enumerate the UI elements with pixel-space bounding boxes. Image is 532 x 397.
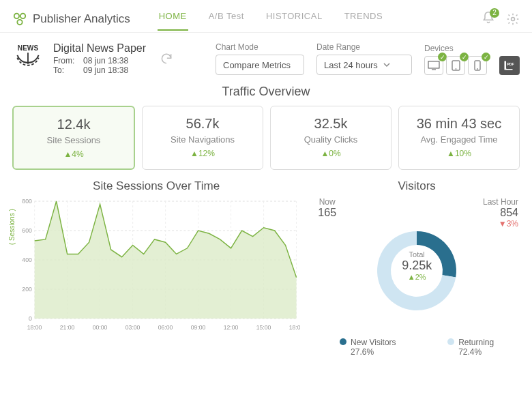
mobile-icon [474, 60, 481, 71]
svg-text:00:00: 00:00 [93, 324, 108, 331]
sessions-chart-title: Site Sessions Over Time [12, 179, 300, 193]
device-tablet[interactable]: ✓ [446, 56, 465, 75]
pdf-icon: PDF [503, 59, 516, 72]
svg-rect-6 [428, 61, 439, 68]
svg-text:600: 600 [22, 227, 31, 234]
svg-text:200: 200 [22, 286, 31, 293]
main-nav: HOME A/B Test HISTORICAL TRENDS [158, 7, 384, 31]
card-site-navigations[interactable]: 56.7k Site Navigations ▲12% [142, 106, 263, 170]
visitors-total: 9.25k [402, 259, 432, 273]
svg-point-0 [14, 13, 19, 18]
logo-icon [12, 12, 27, 27]
desktop-icon [428, 61, 440, 70]
svg-point-3 [512, 17, 515, 20]
devices-label: Devices [424, 44, 487, 53]
refresh-icon[interactable] [160, 52, 173, 65]
svg-point-9 [455, 68, 456, 70]
gear-icon[interactable] [506, 12, 520, 26]
svg-text:06:00: 06:00 [158, 324, 173, 331]
svg-text:18:00: 18:00 [289, 324, 301, 331]
sessions-ylabel: ( Sessions ) [8, 209, 16, 245]
svg-text:PDF: PDF [507, 62, 514, 66]
svg-text:09:00: 09:00 [191, 324, 206, 331]
chart-mode-label: Chart Mode [216, 42, 304, 52]
sessions-chart: ( Sessions ) 020040060080018:0021:0000:0… [12, 197, 300, 334]
device-desktop[interactable]: ✓ [424, 56, 443, 75]
nav-home[interactable]: HOME [158, 7, 188, 31]
visitors-chart: Now 165 Last Hour 854 ▼3% Total 9.25k ▲2… [314, 197, 520, 334]
svg-point-2 [17, 19, 22, 24]
from-value: 08 jun 18:38 [83, 56, 128, 65]
app-title: Publisher Analytics [33, 12, 130, 26]
app-logo: Publisher Analytics [12, 12, 130, 27]
legend-returning: Returning72.4% [447, 338, 494, 357]
svg-text:03:00: 03:00 [125, 324, 141, 331]
tablet-icon [452, 60, 460, 71]
svg-text:400: 400 [22, 256, 31, 263]
notifications-button[interactable]: 2 [482, 11, 495, 27]
date-range-label: Date Range [316, 42, 412, 52]
card-quality-clicks[interactable]: 32.5k Quality Clicks ▲0% [270, 106, 391, 170]
visitors-lasthour: 854 [483, 207, 518, 219]
notification-count: 2 [490, 8, 499, 18]
overview-title: Traffic Overview [0, 85, 532, 99]
nav-trends[interactable]: TRENDS [343, 7, 384, 31]
card-engaged-time[interactable]: 36 min 43 sec Avg. Engaged Time ▲10% [398, 106, 520, 170]
news-icon: NEWS [12, 42, 44, 67]
svg-text:0: 0 [29, 315, 32, 322]
svg-text:21:00: 21:00 [60, 324, 75, 331]
svg-text:800: 800 [22, 198, 31, 205]
chevron-down-icon [383, 61, 390, 68]
pdf-export-button[interactable]: PDF [499, 56, 520, 75]
nav-abtest[interactable]: A/B Test [207, 7, 246, 31]
source-title: Digital News Paper [53, 42, 146, 55]
svg-text:NEWS: NEWS [18, 44, 39, 52]
svg-point-1 [20, 13, 25, 18]
date-range-select[interactable]: Last 24 hours [316, 55, 412, 75]
svg-point-11 [477, 68, 478, 70]
svg-text:12:00: 12:00 [224, 324, 239, 331]
from-label: From: [53, 56, 78, 65]
device-mobile[interactable]: ✓ [468, 56, 487, 75]
svg-text:15:00: 15:00 [256, 324, 271, 331]
to-value: 09 jun 18:38 [83, 65, 128, 75]
card-site-sessions[interactable]: 12.4k Site Sessions ▲4% [12, 106, 135, 170]
chart-mode-select[interactable]: Compare Metrics [216, 55, 304, 75]
svg-text:18:00: 18:00 [27, 324, 42, 331]
nav-historical[interactable]: HISTORICAL [265, 7, 324, 31]
legend-new: New Visitors27.6% [340, 338, 396, 357]
visitors-title: Visitors [314, 179, 520, 193]
to-label: To: [53, 65, 78, 75]
visitors-now: 165 [318, 207, 336, 219]
